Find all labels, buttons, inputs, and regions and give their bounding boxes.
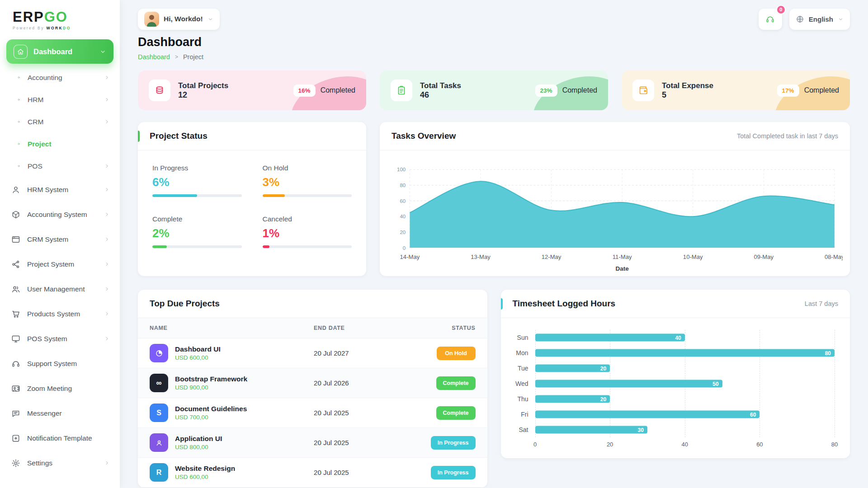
progress-fill [263,194,285,197]
sidebar-item-accounting-system[interactable]: Accounting System [0,202,120,227]
stat-completed-label: Completed [321,86,355,94]
sidebar-item-dashboard[interactable]: Dashboard [6,39,113,64]
svg-text:08-May: 08-May [825,253,843,260]
sidebar-item-messenger[interactable]: Messenger [0,401,120,426]
notification-badge: 0 [776,5,786,14]
project-name: Application UI [175,435,222,442]
breadcrumb-home-link[interactable]: Dashboard [138,53,170,61]
sidebar-item-support-system[interactable]: Support System [0,351,120,376]
day-label: Wed [514,380,535,387]
day-label: Thu [514,395,535,403]
chevron-right-icon [104,261,110,267]
card-title: Timesheet Logged Hours [513,299,616,309]
status-badge: In Progress [431,436,476,450]
sidebar-item-label: Zoom Meeting [27,385,72,393]
avatar-person-icon [144,12,159,27]
timesheet-row-mon: Mon80 [514,345,837,361]
sidebar: ERPGO Powered By WORKDO Dashboard Accoun… [0,0,120,488]
project-amount: USD 900,00 [175,384,208,391]
timesheet-row-sun: Sun40 [514,330,837,345]
chevron-right-icon [104,311,110,317]
stat-cards-row: Total Projects1216%CompletedTotal Tasks4… [138,70,850,110]
stat-completed-label: Completed [562,86,597,94]
timesheet-row-tue: Tue20 [514,361,837,376]
sidebar-item-pos-system[interactable]: POS System [0,326,120,351]
tasks-overview-card: Tasks Overview Total Completed task in l… [380,122,850,276]
sidebar-item-crm[interactable]: CRM [0,111,120,133]
language-selector[interactable]: English [789,9,850,30]
sidebar-item-products-system[interactable]: Products System [0,301,120,326]
sidebar-item-project[interactable]: Project [0,133,120,155]
svg-text:13-May: 13-May [471,253,491,260]
top-due-projects-table: NAME END DATE STATUS Dashboard UIUSD 600… [138,318,487,488]
sidebar-modules-menu: HRM SystemAccounting SystemCRM SystemPro… [0,177,120,475]
ring-icon [17,98,21,102]
chevron-right-icon [104,119,110,125]
user-menu-button[interactable]: Hi, Workdo! [138,9,220,30]
breadcrumb-current: Project [183,53,203,61]
user-icon [11,185,20,194]
svg-text:0: 0 [403,245,406,251]
table-row-document-guidelines[interactable]: SDocument GuidelinesUSD 700,0020 Jul 202… [138,398,487,428]
chevron-down-icon [208,16,213,22]
template-icon [11,434,20,443]
status-item-on-hold: On Hold3% [263,164,352,197]
stat-value: 46 [420,90,429,99]
svg-text:60: 60 [400,198,406,204]
chevron-down-icon [838,16,844,22]
sidebar-item-hrm-system[interactable]: HRM System [0,177,120,202]
stat-value: 12 [178,90,187,99]
sidebar-item-hrm[interactable]: HRM [0,89,120,111]
svg-text:80: 80 [400,183,406,188]
clipboard-icon [391,80,412,101]
sidebar-item-notification-template[interactable]: Notification Template [0,426,120,450]
card-title: Top Due Projects [150,299,220,309]
table-row-dashboard-ui[interactable]: Dashboard UIUSD 600,0020 Jul 2027On Hold [138,338,487,368]
cube-icon [11,210,20,219]
stat-percent-badge: 23% [535,84,557,97]
project-icon [150,433,168,452]
sidebar-item-zoom-meeting[interactable]: Zoom Meeting [0,376,120,401]
sidebar-item-label: CRM System [27,235,68,244]
svg-text:40: 40 [400,214,406,219]
progress-fill [263,245,270,248]
column-header-status: STATUS [403,318,487,338]
sidebar-item-label: Accounting System [27,211,87,219]
axis-tick-label: 40 [682,441,688,448]
sidebar-item-project-system[interactable]: Project System [0,252,120,277]
page-title: Dashboard [138,35,850,49]
sidebar-item-crm-system[interactable]: CRM System [0,227,120,252]
sidebar-item-accounting[interactable]: Accounting [0,66,120,89]
sidebar-item-pos[interactable]: POS [0,155,120,177]
timesheet-row-wed: Wed50 [514,376,837,391]
status-label: Complete [152,215,242,223]
logo-text-primary: ERP [13,9,44,25]
stat-title: Total Expense [662,81,713,90]
ring-icon [17,164,21,168]
project-end-date: 20 Jul 2025 [302,428,403,458]
sidebar-item-settings[interactable]: Settings [0,450,120,475]
sidebar-item-label: Project [28,140,52,148]
person-icon [155,438,164,447]
column-header-end-date: END DATE [302,318,403,338]
avatar [144,12,159,27]
breadcrumb-separator: > [175,54,178,60]
table-row-bootstrap-framework[interactable]: ∞Bootstrap FrameworkUSD 900,0020 Jul 202… [138,368,487,398]
home-icon [14,45,28,59]
user-video-icon [11,384,20,393]
main-content: Hi, Workdo! 0 English Dashboard Dashboar… [120,0,868,488]
pie-icon [155,349,164,358]
day-label: Tue [514,365,535,372]
svg-text:20: 20 [400,230,406,235]
sidebar-item-user-management[interactable]: User Management [0,277,120,301]
stat-percent-badge: 17% [777,84,799,97]
table-row-website-redesign[interactable]: RWebsite RedesignUSD 600,0020 Jul 2025In… [138,458,487,488]
svg-text:10-May: 10-May [683,253,703,260]
progress-fill [152,245,167,248]
sidebar-item-label: Accounting [28,74,62,82]
notifications-button[interactable]: 0 [759,9,782,30]
sidebar-item-label: Messenger [27,409,62,418]
chevron-right-icon [104,236,110,242]
table-row-application-ui[interactable]: Application UIUSD 800,0020 Jul 2025In Pr… [138,428,487,458]
hours-bar: 30 [535,426,647,434]
